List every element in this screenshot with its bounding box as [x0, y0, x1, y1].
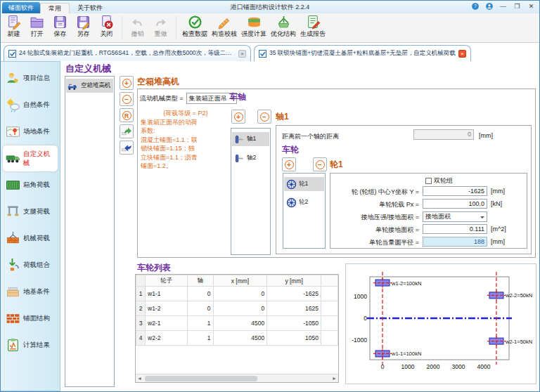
remove-machine-button[interactable]: − — [120, 92, 134, 106]
document-tab[interactable]: 35 联锁块铺面+切缝混凝土基层+粒料底基层+无垫层，自定义机械荷载× — [254, 45, 471, 61]
open-button[interactable]: 打开 — [25, 14, 49, 41]
sidebar-item-custom-machinery[interactable]: 自定义机械 — [3, 145, 58, 171]
close-button[interactable]: ✕ — [525, 1, 537, 11]
sidebar-item-label: 自定义机械 — [23, 150, 55, 168]
equivalent-radius-label: 单轮当量圆半径 = — [369, 238, 419, 247]
wheel-load-px-input[interactable]: 100.0 — [423, 199, 487, 209]
table-cell[interactable]: w2-1 — [146, 316, 188, 331]
table-cell[interactable]: 0 — [188, 301, 214, 316]
table-cell[interactable]: 0 — [213, 301, 267, 316]
new-button[interactable]: 新建 — [2, 14, 25, 41]
undo-icon — [130, 15, 145, 30]
table-header-cell[interactable]: y [mm] — [267, 275, 321, 287]
wheel-field-row: 轮 (轮组) 中心Y坐标 Y =-1625[mm] — [330, 185, 527, 198]
sidebar-item-project-info[interactable]: 项目信息 — [3, 65, 58, 91]
menu-tab-about[interactable]: 关于软件 — [70, 3, 110, 13]
wheel-title: 轮1 — [330, 159, 343, 171]
save-as-button[interactable]: 另存 — [72, 14, 95, 41]
table-cell[interactable]: 1 — [188, 316, 214, 331]
optimize-structure-button[interactable]: 优化结构 — [269, 14, 298, 41]
save-button[interactable]: 保存 — [49, 14, 72, 41]
sidebar-item-natural-conditions[interactable]: 自然条件 — [3, 92, 58, 118]
save-icon — [53, 15, 68, 30]
axle-list-item[interactable]: 轴2 — [232, 151, 269, 165]
truck-icon — [6, 151, 20, 166]
sidebar-item-outrigger-load[interactable]: 支腿荷载 — [3, 199, 58, 225]
help-icon[interactable]: ? — [469, 1, 481, 11]
table-header-cell[interactable]: 轮子 — [146, 275, 188, 287]
row-number-cell: 1 — [136, 287, 146, 301]
check-data-button[interactable]: 检查数据 — [180, 14, 210, 41]
wheel-list-item[interactable]: 轮1 — [284, 177, 324, 191]
dual-wheel-checkbox[interactable]: 双轮组 — [425, 176, 453, 185]
contact-mode-value: 接地面积 — [425, 212, 451, 221]
sidebar-item-pavement-structure[interactable]: 铺面结构 — [3, 306, 58, 332]
table-cell[interactable]: 0 — [188, 287, 214, 301]
sidebar-item-load-combination[interactable]: 荷载组合 — [3, 252, 58, 278]
contact-area-input[interactable]: 0.111 — [423, 224, 487, 234]
table-cell[interactable]: -1625 — [267, 287, 321, 301]
account-icon[interactable] — [483, 1, 495, 11]
sidebar-item-calculation-results[interactable]: 计算结果 — [3, 332, 58, 358]
table-header-cell[interactable]: x [mm] — [213, 275, 267, 287]
axle-list: 轴1轴2 — [231, 128, 271, 255]
remove-wheel-button[interactable]: − — [313, 157, 327, 171]
strength-calc-button[interactable]: 强度计算 — [239, 14, 269, 41]
table-row: 1w1-100-1625 — [136, 287, 338, 301]
sidebar-item-foundation-conditions[interactable]: 地基条件 — [3, 279, 58, 305]
machine-list-item[interactable]: 空箱堆高机 — [66, 79, 113, 93]
import-machine-button[interactable] — [120, 141, 134, 155]
tab-close-button[interactable]: × — [458, 50, 466, 58]
tab-checkbox-icon[interactable] — [259, 50, 266, 58]
maximize-button[interactable]: ❐ — [511, 1, 523, 11]
table-cell[interactable]: 1050 — [267, 331, 321, 346]
svg-text:w2-1=50kN: w2-1=50kN — [505, 339, 532, 345]
contact-mode-select[interactable]: 接地面积 — [423, 211, 487, 222]
sidebar-item-container-corner-load[interactable]: 箱角荷载 — [3, 172, 58, 198]
rename-machine-button[interactable]: R — [120, 108, 134, 122]
minimize-button[interactable]: — — [497, 1, 509, 11]
svg-text:2000: 2000 — [427, 363, 440, 370]
tab-close-button[interactable]: × — [238, 50, 246, 58]
close-button[interactable]: 关闭 — [95, 14, 118, 41]
table-cell[interactable]: 0 — [213, 287, 267, 301]
add-wheel-button[interactable]: + — [282, 157, 296, 171]
wheel-center-y-input[interactable]: -1625 — [423, 186, 487, 196]
sidebar-item-machinery-load[interactable]: 机械荷载 — [3, 226, 58, 251]
table-cell[interactable]: 4500 — [213, 331, 267, 346]
ribbon-button-label: 优化结构 — [271, 30, 296, 39]
table-cell[interactable]: 1 — [188, 331, 214, 346]
app-menu-button[interactable]: 铺面软件 — [2, 2, 40, 13]
machine-list-item-label: 空箱堆高机 — [81, 81, 111, 90]
table-cell[interactable]: 1625 — [267, 301, 321, 316]
svg-text:1000: 1000 — [401, 363, 415, 370]
menu-tab-home[interactable]: 常用 — [40, 3, 70, 13]
sidebar-item-label: 自然条件 — [23, 100, 50, 110]
tab-checkbox-icon[interactable] — [8, 50, 16, 58]
row-number-cell: 3 — [136, 316, 146, 331]
axle-list-item[interactable]: 轴1 — [232, 132, 269, 146]
svg-text:?: ? — [474, 4, 477, 8]
scroll-left-icon[interactable]: ◄ — [136, 376, 143, 381]
wheel-load-px-label: 单轮轮载 Px = — [379, 200, 419, 209]
sidebar-item-label: 地基条件 — [23, 287, 50, 296]
table-cell[interactable]: 4500 — [213, 316, 267, 331]
horizontal-scrollbar[interactable]: ◄ ► — [136, 374, 338, 382]
generate-report-button[interactable]: 生成报告 — [298, 14, 328, 41]
wheel-list-item[interactable]: 轮2 — [284, 195, 324, 209]
table-cell[interactable]: w1-1 — [146, 287, 188, 301]
sidebar-item-site-conditions[interactable]: 场地条件 — [3, 119, 58, 145]
export-machine-button[interactable] — [120, 124, 134, 138]
document-tab[interactable]: 24 轮胎式集装箱龙门起重机，RTG56S41，空载，总作用次数5000次，等级… — [4, 45, 251, 61]
table-header-cell[interactable]: 轴 — [188, 275, 214, 287]
add-machine-button[interactable]: + — [120, 76, 134, 90]
scroll-right-icon[interactable]: ► — [330, 376, 338, 381]
table-cell[interactable]: -1050 — [267, 316, 321, 331]
scrollbar-thumb[interactable] — [145, 376, 257, 381]
remove-axle-button[interactable]: − — [257, 110, 271, 124]
structure-check-button[interactable]: 构造校核 — [210, 14, 239, 41]
table-cell[interactable]: w1-2 — [146, 301, 188, 316]
add-axle-button[interactable]: + — [231, 110, 245, 124]
table-cell[interactable]: w2-2 — [146, 331, 188, 346]
ribbon-button-label: 构造校核 — [212, 30, 237, 39]
